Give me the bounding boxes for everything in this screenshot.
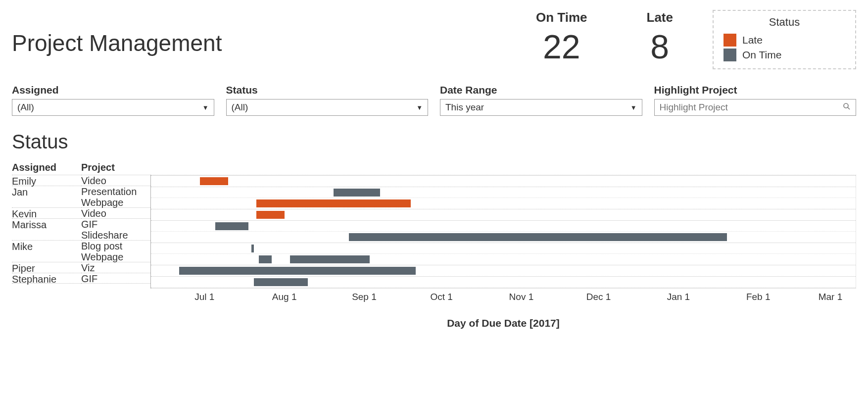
project-cell: Webpage [81, 251, 150, 262]
gantt-bar[interactable] [256, 199, 411, 207]
project-cell: Viz [81, 262, 150, 273]
gantt-chart: Assigned EmilyJanKevinMarissaMikePiperSt… [12, 162, 856, 329]
svg-point-0 [844, 103, 848, 108]
gantt-bar[interactable] [256, 211, 285, 219]
filter-assigned-label: Assigned [12, 84, 214, 96]
project-cell: Video [81, 208, 150, 219]
kpi-ontime: On Time 22 [536, 10, 587, 66]
gantt-bar[interactable] [200, 177, 228, 185]
search-icon [843, 102, 851, 113]
legend-late-label: Late [742, 34, 763, 46]
col-header-assigned: Assigned [12, 162, 81, 175]
gantt-bar[interactable] [254, 278, 308, 286]
kpi-ontime-label: On Time [536, 10, 587, 25]
gantt-row[interactable] [151, 198, 856, 209]
swatch-ontime [723, 49, 736, 61]
filter-date-label: Date Range [440, 84, 642, 96]
gantt-row[interactable] [151, 243, 856, 254]
legend-item-late[interactable]: Late [723, 34, 845, 47]
project-cell: Video [81, 175, 150, 186]
axis-tick: Dec 1 [586, 292, 611, 302]
assigned-cell: Stephanie [12, 273, 81, 285]
axis-label: Day of Due Date [2017] [150, 317, 856, 329]
kpi-late-value: 8 [647, 27, 673, 66]
gantt-bar[interactable] [259, 255, 272, 263]
gantt-row[interactable] [151, 232, 856, 243]
kpi-ontime-value: 22 [536, 27, 587, 66]
gantt-bar[interactable] [290, 255, 370, 263]
gantt-row[interactable] [151, 254, 856, 265]
filter-date-value: This year [445, 102, 484, 113]
filter-highlight-label: Highlight Project [654, 84, 857, 96]
section-title-status: Status [12, 131, 856, 153]
assigned-cell: Mike [12, 241, 81, 252]
project-cell: GIF [81, 219, 150, 230]
highlight-input[interactable] [660, 102, 843, 113]
legend-ontime-label: On Time [742, 49, 781, 61]
gantt-row[interactable] [151, 221, 856, 232]
axis-tick: Aug 1 [272, 292, 297, 302]
axis-tick: Oct 1 [430, 292, 452, 302]
gantt-bar[interactable] [251, 245, 254, 252]
legend-item-ontime[interactable]: On Time [723, 49, 845, 61]
assigned-cell: Marissa [12, 219, 81, 230]
axis-tick: Jan 1 [667, 292, 690, 302]
gantt-row[interactable] [151, 265, 856, 276]
gantt-bar[interactable] [179, 267, 416, 275]
assigned-cell: Jan [12, 186, 81, 198]
filter-date-select[interactable]: This year ▼ [440, 99, 642, 116]
axis-tick: Mar 1 [819, 292, 843, 302]
gantt-bar[interactable] [215, 222, 249, 230]
filter-status-label: Status [226, 84, 429, 96]
gantt-row[interactable] [151, 176, 856, 187]
chevron-down-icon: ▼ [202, 104, 209, 111]
gantt-row[interactable] [151, 187, 856, 198]
gantt-row[interactable] [151, 277, 856, 288]
project-cell: Webpage [81, 197, 150, 208]
filter-assigned-value: (All) [17, 102, 34, 113]
swatch-late [723, 34, 736, 47]
assigned-cell: Piper [12, 262, 81, 274]
assigned-cell: Kevin [12, 208, 81, 219]
filter-status-select[interactable]: (All) ▼ [226, 99, 429, 116]
filter-assigned-select[interactable]: (All) ▼ [12, 99, 214, 116]
svg-line-1 [848, 107, 850, 109]
gantt-bar[interactable] [349, 233, 727, 241]
page-title: Project Management [12, 30, 329, 56]
chevron-down-icon: ▼ [630, 104, 637, 111]
gantt-bar[interactable] [334, 189, 380, 197]
legend-title: Status [723, 16, 845, 29]
project-cell: Slideshare [81, 230, 150, 241]
axis-tick: Nov 1 [509, 292, 534, 302]
axis-tick: Jul 1 [194, 292, 214, 302]
axis-tick: Feb 1 [746, 292, 771, 302]
legend: Status Late On Time [713, 10, 856, 69]
kpi-late: Late 8 [647, 10, 673, 66]
project-cell: GIF [81, 273, 150, 284]
axis-tick: Sep 1 [352, 292, 377, 302]
gantt-row[interactable] [151, 209, 856, 220]
filter-status-value: (All) [232, 102, 248, 113]
filter-highlight-input[interactable] [654, 99, 857, 116]
chevron-down-icon: ▼ [416, 104, 423, 111]
kpi-late-label: Late [647, 10, 673, 25]
col-header-project: Project [81, 162, 150, 175]
assigned-cell: Emily [12, 175, 81, 187]
project-cell: Presentation [81, 186, 150, 197]
project-cell: Blog post [81, 241, 150, 251]
